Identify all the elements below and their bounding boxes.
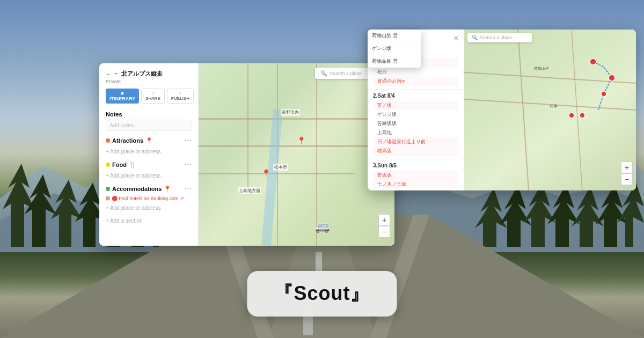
itinerary-button[interactable]: ■ ITINERARY [106, 89, 139, 104]
food-dot [106, 163, 110, 167]
accommodations-menu-icon[interactable]: ⋯ [184, 185, 192, 193]
booking-link[interactable]: ⊠ 🔴 Find hotels on Booking.com ↗ [106, 195, 192, 201]
food-add-place[interactable]: + Add place or address [106, 171, 192, 180]
day-2-item-6[interactable]: 標高坂 [373, 146, 458, 156]
map-marker-1: 📍 [297, 136, 306, 145]
map-zoom-left: + − [378, 214, 390, 238]
trip-planner-panel: ← ← 北アルプス縦走 Private ■ ITINERARY ↑ SHARE … [99, 63, 394, 246]
day-3-label: 3.Sun 8/5 [373, 163, 458, 168]
svg-rect-22 [316, 252, 322, 271]
attractions-add-place[interactable]: + Add place or address [106, 147, 192, 156]
notes-title: Notes [106, 111, 192, 117]
food-name: Food [112, 161, 127, 168]
booking-icon: ⊠ [106, 195, 110, 201]
attractions-dot [106, 138, 110, 143]
day-1-item-3[interactable]: 普通のお宿m [373, 77, 458, 86]
svg-line-30 [572, 30, 582, 190]
dropdown-item-3-label: 荷物品目 営 [372, 58, 398, 64]
svg-line-29 [518, 30, 529, 190]
share-button[interactable]: ↑ SHARE [141, 89, 165, 104]
attractions-label: Attractions 📍 [106, 137, 153, 144]
trip-actions: ■ ITINERARY ↑ SHARE ↑ PUBLISH [106, 89, 192, 104]
day-2-label: 2.Sat 8/4 [373, 93, 458, 99]
day-2-item-3[interactable]: 苦練坂坂 [373, 119, 458, 128]
day-3-item-2[interactable]: 七ノ木ノ三坂 [373, 180, 458, 189]
back-arrow-icon: ← [106, 71, 112, 77]
accommodations-header: Accommodations 📍 ⋯ [106, 185, 192, 193]
dropdown-item-3[interactable]: 荷物品目 営 [368, 55, 421, 68]
map-road-vertical-2 [316, 63, 317, 246]
trip-title: ← 北アルプス縦走 [114, 70, 163, 78]
accommodations-dot [106, 187, 110, 191]
day-2-item-2[interactable]: ゲンジ坂 [373, 110, 458, 119]
scout-badge: 『Scout』 [247, 271, 397, 317]
accommodations-pin-icon: 📍 [164, 186, 171, 193]
map-road-vertical-3 [247, 63, 248, 191]
map-left[interactable]: 長野市内 松本市 上高地方面 📍 📍 🔍 Search a place + − [199, 63, 394, 246]
map-right[interactable]: 荷物山坐 松本 🔍 Search a place + − [464, 30, 636, 190]
food-label: Food 🍴 [106, 161, 136, 168]
food-header: Food 🍴 ⋯ [106, 160, 192, 169]
notes-input[interactable]: Add notes... [106, 120, 192, 131]
svg-point-34 [569, 113, 574, 118]
accommodations-add-place[interactable]: + Add place or address [106, 203, 192, 212]
day-1-item-2[interactable]: 松沢 [373, 68, 458, 77]
day-2-item-4[interactable]: 上高地 [373, 128, 458, 137]
svg-point-31 [590, 58, 596, 65]
attractions-pin-icon: 📍 [145, 137, 153, 144]
notes-section: Notes Add notes... [106, 111, 192, 131]
day-3-item-1[interactable]: 苦坂坂 [373, 171, 458, 180]
dropdown-item-1-label: 荷物山坐 営 [372, 33, 398, 38]
van-icon: 🚐 [315, 219, 330, 233]
trip-sidebar: ← ← 北アルプス縦走 Private ■ ITINERARY ↑ SHARE … [99, 63, 199, 246]
map-background-left [199, 63, 394, 246]
map-search-right[interactable]: 🔍 Search a place [467, 33, 532, 42]
svg-text:松本: 松本 [550, 104, 558, 108]
dropdown-panel: 荷物山坐 営 ゲンジ坂 荷物品目 営 [368, 30, 421, 68]
attractions-name: Attractions [112, 137, 143, 144]
map-city-matsumoto: 松本市 [273, 164, 288, 171]
map-search-placeholder-left: Search a place [330, 71, 362, 76]
svg-point-33 [601, 91, 606, 97]
map-road-horizontal-2 [199, 145, 394, 147]
map-city-nagano: 長野市内 [281, 109, 300, 116]
publish-button[interactable]: ↑ PUBLISH [167, 89, 194, 104]
day-3-section: 3.Sun 8/5 苦坂坂 七ノ木ノ三坂 [368, 159, 464, 190]
map-right-svg: 荷物山坐 松本 [464, 30, 636, 190]
notes-placeholder: Add notes... [109, 122, 138, 128]
trip-subtitle: Private [106, 79, 192, 84]
accommodations-label: Accommodations 📍 [106, 186, 171, 193]
attractions-menu-icon[interactable]: ⋯ [184, 136, 192, 145]
accommodations-section: Accommodations 📍 ⋯ ⊠ 🔴 Find hotels on Bo… [106, 185, 192, 212]
itinerary-close-button[interactable]: × [454, 34, 458, 42]
attractions-section: Attractions 📍 ⋯ + Add place or address [106, 136, 192, 156]
dropdown-item-1[interactable]: 荷物山坐 営 [368, 30, 421, 42]
zoom-in-left[interactable]: + [378, 214, 390, 226]
food-menu-icon[interactable]: ⋯ [184, 160, 192, 169]
svg-point-32 [609, 75, 615, 81]
food-section: Food 🍴 ⋯ + Add place or address [106, 160, 192, 180]
attractions-header: Attractions 📍 ⋯ [106, 136, 192, 145]
map-zoom-right: + − [621, 161, 633, 185]
day-2-item-5[interactable]: 日ノ場温泉付近より前 [373, 137, 458, 146]
svg-text:荷物山坐: 荷物山坐 [534, 67, 549, 70]
map-road-horizontal-1 [199, 118, 394, 120]
accommodations-name: Accommodations [112, 186, 162, 192]
map-search-placeholder-right: Search a place [480, 35, 512, 40]
add-section-btn[interactable]: + Add a section [106, 218, 192, 224]
zoom-out-left[interactable]: − [378, 226, 390, 238]
search-icon-right: 🔍 [472, 35, 478, 40]
booking-label: 🔴 Find hotels on Booking.com ↗ [112, 196, 184, 201]
map-marker-2: 📍 [261, 169, 270, 178]
dropdown-item-2[interactable]: ゲンジ坂 [368, 42, 421, 55]
svg-point-35 [580, 113, 585, 118]
zoom-out-right[interactable]: − [621, 173, 633, 185]
back-link[interactable]: ← ← 北アルプス縦走 [106, 70, 192, 78]
day-2-section: 2.Sat 8/4 苦ノ坂 ゲンジ坂 苦練坂坂 上高地 日ノ場温泉付近より前 標… [368, 90, 464, 159]
zoom-in-right[interactable]: + [621, 161, 633, 173]
search-icon-left: 🔍 [320, 70, 327, 76]
map-city-kamikochi: 上高地方面 [238, 187, 261, 194]
day-2-item-1[interactable]: 苦ノ坂 [373, 101, 458, 110]
food-fork-icon: 🍴 [129, 161, 136, 168]
scout-badge-label: 『Scout』 [274, 282, 370, 304]
